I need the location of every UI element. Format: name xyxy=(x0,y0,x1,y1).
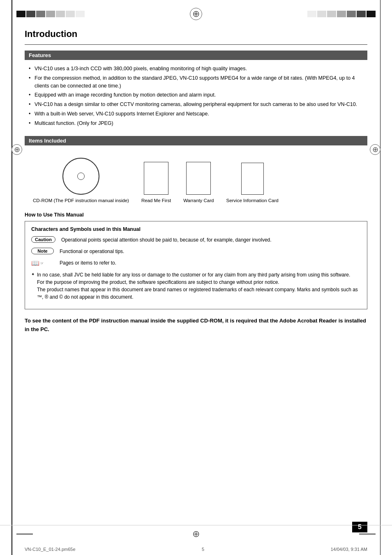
manual-note-row: Note Functional or operational tips. xyxy=(31,248,361,255)
how-to-title: How to Use This Manual xyxy=(25,212,367,218)
list-item: VN-C10 uses a 1/3-inch CCD with 380,000 … xyxy=(29,64,367,74)
serviceinfo-label: Service Information Card xyxy=(226,197,278,204)
side-crosshair-right: ⊕ xyxy=(370,144,380,155)
list-item: For the compression method, in addition … xyxy=(29,74,367,91)
mark-block xyxy=(16,11,25,17)
cdrom-icon xyxy=(62,158,99,195)
bottom-marks: ⊕ xyxy=(0,525,392,543)
mark-block xyxy=(357,11,366,17)
mark-block xyxy=(347,11,356,17)
item-readmefirst: Read Me First xyxy=(141,162,171,204)
marks-bar-left xyxy=(16,11,85,17)
marks-left xyxy=(16,11,85,17)
mark-block xyxy=(337,11,346,17)
manual-ref-row: 📖☞ Pages or items to refer to. xyxy=(31,259,361,267)
crosshair-symbol-left: ⊕ xyxy=(12,144,22,155)
mark-block xyxy=(367,11,376,17)
warranty-card xyxy=(186,162,211,195)
item-cdrom: CD-ROM (The PDF instruction manual insid… xyxy=(33,158,129,204)
mark-block xyxy=(56,11,65,17)
cdrom-inner-circle xyxy=(77,173,85,180)
note-badge: Note xyxy=(31,248,54,254)
side-crosshair-left: ⊕ xyxy=(12,144,22,155)
notice-text: In no case, shall JVC be held liable for… xyxy=(37,272,358,300)
warranty-label: Warranty Card xyxy=(183,197,214,204)
mark-block xyxy=(307,11,316,17)
top-marks: ⊕ xyxy=(0,0,392,25)
marks-bar-right xyxy=(307,11,376,17)
mark-block xyxy=(327,11,336,17)
bottom-crosshair: ⊕ xyxy=(192,529,200,539)
footer-left: VN-C10_E_01-24.pm65e xyxy=(25,547,76,552)
items-included-header: Items Included xyxy=(25,136,367,145)
mark-block xyxy=(317,11,326,17)
readmefirst-card xyxy=(144,162,168,195)
marks-right xyxy=(307,11,376,17)
footer: VN-C10_E_01-24.pm65e 5 14/04/03, 9:31 AM xyxy=(0,547,392,552)
mark-block xyxy=(36,11,45,17)
page-container: ⊕ Introduction Features VN-C10 uses a 1/… xyxy=(0,0,392,555)
mark-block xyxy=(26,11,35,17)
items-grid: CD-ROM (The PDF instruction manual insid… xyxy=(25,150,367,204)
manual-box-title: Characters and Symbols used in this Manu… xyxy=(31,226,361,232)
section-title: Introduction xyxy=(25,29,367,39)
manual-section: How to Use This Manual Characters and Sy… xyxy=(25,212,367,334)
list-item: Multicast function. (Only for JPEG) xyxy=(29,119,367,128)
features-header: Features xyxy=(25,51,367,60)
manual-caution-row: Caution Operational points special atten… xyxy=(31,236,361,244)
caution-text: Operational points special attention sho… xyxy=(61,236,272,244)
mark-block xyxy=(66,11,75,17)
items-included-section: Items Included ⊕ ⊕ CD-ROM (The PDF in xyxy=(25,136,367,204)
bottom-note: To see the content of the PDF instructio… xyxy=(25,317,367,334)
top-crosshair: ⊕ xyxy=(189,7,203,21)
mark-block xyxy=(46,11,55,17)
list-item: With a built-in Web server, VN-C10 suppo… xyxy=(29,109,367,119)
item-warranty: Warranty Card xyxy=(183,162,214,204)
features-list: VN-C10 uses a 1/3-inch CCD with 380,000 … xyxy=(25,64,367,128)
ref-icon: 📖☞ xyxy=(31,259,54,267)
bottom-left-line xyxy=(16,534,33,534)
cdrom-label: CD-ROM (The PDF instruction manual insid… xyxy=(33,197,129,204)
footer-right: 14/04/03, 9:31 AM xyxy=(331,547,367,552)
main-content: Introduction Features VN-C10 uses a 1/3-… xyxy=(0,25,392,342)
caution-badge: Caution xyxy=(31,236,55,243)
readmefirst-label: Read Me First xyxy=(141,197,171,204)
bottom-right-line xyxy=(359,534,376,534)
mark-block xyxy=(76,11,85,17)
divider xyxy=(25,44,367,45)
notice-item: In no case, shall JVC be held liable for… xyxy=(31,271,361,301)
serviceinfo-card xyxy=(241,163,264,195)
ref-text: Pages or items to refer to. xyxy=(60,259,116,267)
manual-box: Characters and Symbols used in this Manu… xyxy=(25,221,367,309)
list-item: VN-C10 has a design similar to other CCT… xyxy=(29,100,367,109)
note-text: Functional or operational tips. xyxy=(60,248,124,255)
item-serviceinfo: Service Information Card xyxy=(226,163,278,204)
footer-center: 5 xyxy=(202,547,204,552)
list-item: Equipped with an image recording functio… xyxy=(29,90,367,100)
crosshair-symbol-right: ⊕ xyxy=(370,144,380,155)
